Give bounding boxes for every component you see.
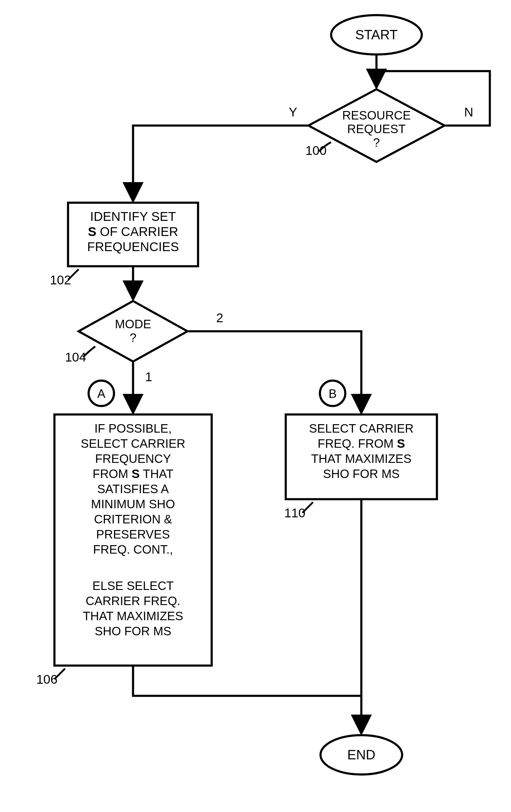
edge-106-to-join — [133, 666, 361, 696]
label-N: N — [464, 105, 473, 119]
n102-line3: FREQUENCIES — [87, 240, 179, 254]
label-Y: Y — [289, 105, 297, 119]
n106-l2: SELECT CARRIER — [81, 437, 185, 450]
ref-100: 100 — [305, 142, 331, 157]
n106-l11: ELSE SELECT — [92, 579, 174, 592]
start-label: START — [355, 27, 398, 42]
decision-resource-request: RESOURCE REQUEST ? — [308, 89, 445, 162]
n106-l7: CRITERION & — [94, 513, 172, 526]
ref-110: 110 — [284, 502, 313, 520]
n110-l1: SELECT CARRIER — [309, 422, 414, 435]
n106-l1: IF POSSIBLE, — [94, 422, 172, 435]
ref-104-text: 104 — [65, 350, 86, 364]
ref-100-text: 100 — [305, 143, 327, 157]
n106-l12: CARRIER FREQ. — [86, 594, 180, 608]
connector-A: A — [89, 381, 114, 406]
n106-l14: SHO FOR MS — [95, 625, 171, 638]
edge-100-yes: Y — [133, 105, 308, 200]
n102-line2: S OF CARRIER — [88, 225, 178, 239]
connector-B-label: B — [329, 387, 337, 400]
end-node: END — [321, 735, 402, 775]
end-label: END — [348, 747, 375, 762]
resource-request-line3: ? — [373, 136, 380, 149]
n110-l2: FREQ. FROM S — [318, 437, 405, 450]
n106-l9: FREQ. CONT., — [93, 543, 173, 556]
edge-104-branch1: 1 — [133, 361, 152, 411]
connector-B: B — [320, 381, 345, 406]
label-1: 1 — [145, 370, 152, 384]
n106-l13: THAT MAXIMIZES — [83, 609, 183, 622]
ref-104: 104 — [65, 346, 95, 364]
n106-l6: MINIMUM SHO — [91, 497, 175, 511]
ref-106: 106 — [36, 669, 65, 687]
ref-102: 102 — [50, 269, 79, 287]
n102-line1: IDENTIFY SET — [90, 209, 176, 224]
resource-request-line2: REQUEST — [347, 122, 405, 136]
flowchart-svg: START RESOURCE REQUEST ? 100 N Y IDENTIF… — [0, 0, 511, 812]
ref-106-text: 106 — [36, 672, 57, 687]
n106-l4: FROM S THAT — [92, 467, 173, 481]
decision-mode: MODE ? — [79, 301, 187, 361]
n106-l8: PRESERVES — [96, 528, 170, 541]
n106-l5: SATISFIES A — [97, 482, 169, 496]
process-106: IF POSSIBLE, SELECT CARRIER FREQUENCY FR… — [54, 414, 212, 666]
mode-line1: MODE — [115, 317, 151, 331]
ref-102-text: 102 — [50, 273, 71, 287]
n106-l3: FREQUENCY — [95, 452, 171, 465]
mode-line2: ? — [130, 331, 137, 344]
ref-110-text: 110 — [284, 506, 305, 520]
process-110: SELECT CARRIER FREQ. FROM S THAT MAXIMIZ… — [286, 414, 437, 499]
connector-A-label: A — [97, 387, 106, 400]
resource-request-line1: RESOURCE — [342, 109, 411, 122]
label-2: 2 — [216, 311, 223, 325]
start-node: START — [331, 15, 422, 54]
n110-l3: THAT MAXIMIZES — [311, 452, 412, 465]
process-identify-set: IDENTIFY SET S OF CARRIER FREQUENCIES — [68, 203, 198, 266]
n110-l4: SHO FOR MS — [323, 467, 399, 481]
